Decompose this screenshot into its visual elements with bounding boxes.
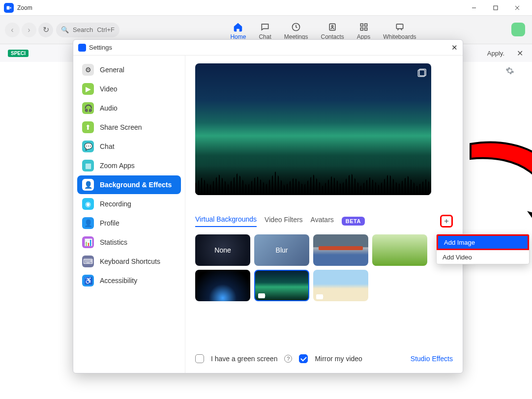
tab-avatars[interactable]: Avatars bbox=[311, 216, 334, 227]
apps-icon bbox=[358, 22, 369, 32]
tab-contacts[interactable]: Contacts bbox=[321, 20, 344, 40]
clock-icon bbox=[291, 22, 301, 32]
tab-chat[interactable]: Chat bbox=[259, 20, 271, 40]
effects-tabs: Virtual Backgrounds Video Filters Avatar… bbox=[195, 215, 453, 228]
svg-rect-8 bbox=[364, 24, 367, 26]
sidebar-item-keyboard-shortcuts[interactable]: ⌨Keyboard Shortcuts bbox=[77, 252, 181, 271]
add-background-button[interactable] bbox=[440, 215, 453, 228]
thumb-none[interactable]: None bbox=[195, 234, 250, 266]
keyboard-icon: ⌨ bbox=[82, 256, 94, 267]
contacts-icon bbox=[327, 22, 338, 32]
thumb-bridge[interactable] bbox=[313, 234, 368, 266]
record-icon: ◉ bbox=[82, 198, 94, 210]
apps-grid-icon: ▦ bbox=[82, 160, 94, 171]
video-badge-icon bbox=[316, 294, 323, 299]
profile-icon: 👤 bbox=[82, 217, 94, 229]
nav-tabs: Home Chat Meetings Contacts Apps Whitebo… bbox=[230, 20, 416, 40]
tab-video-filters[interactable]: Video Filters bbox=[265, 216, 303, 227]
thumb-beach[interactable] bbox=[313, 270, 368, 301]
chat-bubble-icon: 💬 bbox=[82, 141, 94, 152]
modal-app-icon bbox=[78, 44, 86, 52]
svg-rect-1 bbox=[494, 6, 498, 10]
menu-add-image[interactable]: Add Image bbox=[437, 234, 529, 250]
window-titlebar: Zoom bbox=[0, 0, 532, 16]
thumb-grass[interactable] bbox=[372, 234, 427, 266]
avatar[interactable] bbox=[511, 23, 525, 36]
tab-virtual-backgrounds[interactable]: Virtual Backgrounds bbox=[195, 215, 257, 227]
banner-close-icon[interactable]: ✕ bbox=[517, 49, 523, 58]
background-thumbnails: None Blur bbox=[195, 234, 453, 301]
settings-gear-icon[interactable] bbox=[505, 66, 514, 77]
sidebar-item-background-effects[interactable]: 👤Background & Effects bbox=[77, 175, 181, 194]
whiteboard-icon bbox=[394, 22, 405, 32]
beta-badge: BETA bbox=[342, 217, 365, 226]
settings-content: Virtual Backgrounds Video Filters Avatar… bbox=[185, 56, 463, 373]
headphones-icon: 🎧 bbox=[82, 102, 94, 114]
sidebar-item-recording[interactable]: ◉Recording bbox=[77, 195, 181, 213]
thumb-aurora[interactable] bbox=[254, 270, 309, 301]
sidebar-item-share-screen[interactable]: ⬆Share Screen bbox=[77, 118, 181, 137]
tab-apps[interactable]: Apps bbox=[357, 20, 370, 40]
gear-icon: ⚙ bbox=[82, 64, 94, 76]
tab-whiteboards[interactable]: Whiteboards bbox=[383, 20, 416, 40]
modal-close-button[interactable]: ✕ bbox=[451, 43, 458, 52]
accessibility-icon: ♿ bbox=[82, 275, 94, 286]
add-background-menu: Add Image Add Video bbox=[436, 234, 530, 264]
sidebar-item-general[interactable]: ⚙General bbox=[77, 60, 181, 79]
tab-meetings[interactable]: Meetings bbox=[284, 20, 308, 40]
back-button[interactable]: ‹ bbox=[5, 23, 20, 37]
close-button[interactable] bbox=[506, 0, 528, 16]
menu-add-video[interactable]: Add Video bbox=[437, 250, 529, 264]
video-icon: ▶ bbox=[82, 83, 94, 95]
share-icon: ⬆ bbox=[82, 121, 94, 133]
window-title: Zoom bbox=[17, 4, 32, 11]
forward-button[interactable]: › bbox=[22, 23, 36, 37]
studio-effects-link[interactable]: Studio Effects bbox=[411, 355, 453, 363]
tab-home[interactable]: Home bbox=[230, 20, 246, 40]
video-preview bbox=[195, 63, 431, 195]
settings-modal: Settings ✕ ⚙General ▶Video 🎧Audio ⬆Share… bbox=[73, 39, 463, 373]
app-icon bbox=[4, 3, 14, 13]
sidebar-item-zoom-apps[interactable]: ▦Zoom Apps bbox=[77, 156, 181, 175]
settings-sidebar: ⚙General ▶Video 🎧Audio ⬆Share Screen 💬Ch… bbox=[73, 56, 185, 373]
promo-text: Apply. bbox=[487, 50, 504, 57]
svg-rect-10 bbox=[364, 28, 367, 30]
expand-icon[interactable] bbox=[416, 68, 426, 78]
settings-footer: I have a green screen ? Mirror my video … bbox=[195, 354, 453, 363]
person-icon: 👤 bbox=[82, 179, 94, 191]
search-icon: 🔍 bbox=[61, 26, 69, 33]
green-screen-checkbox[interactable] bbox=[195, 354, 204, 363]
mirror-video-label: Mirror my video bbox=[315, 355, 362, 363]
sidebar-item-accessibility[interactable]: ♿Accessibility bbox=[77, 271, 181, 290]
search-shortcut: Ctrl+F bbox=[97, 26, 115, 33]
sidebar-item-video[interactable]: ▶Video bbox=[77, 80, 181, 98]
svg-point-6 bbox=[331, 25, 333, 27]
home-icon bbox=[233, 22, 243, 32]
modal-title: Settings bbox=[89, 44, 112, 51]
sidebar-item-statistics[interactable]: 📊Statistics bbox=[77, 233, 181, 252]
thumb-space[interactable] bbox=[195, 270, 250, 301]
promo-pill: SPECI bbox=[8, 50, 29, 57]
search-input[interactable]: 🔍 Search Ctrl+F bbox=[56, 23, 119, 37]
svg-rect-7 bbox=[360, 24, 363, 26]
maximize-button[interactable] bbox=[485, 0, 506, 16]
chat-icon bbox=[260, 22, 270, 32]
green-screen-label: I have a green screen bbox=[211, 355, 277, 363]
window-controls bbox=[463, 0, 528, 16]
video-badge-icon bbox=[258, 293, 265, 298]
sidebar-item-profile[interactable]: 👤Profile bbox=[77, 214, 181, 232]
search-placeholder: Search bbox=[73, 26, 93, 33]
mirror-video-checkbox[interactable] bbox=[299, 354, 308, 363]
svg-rect-9 bbox=[360, 28, 363, 30]
stats-icon: 📊 bbox=[82, 236, 94, 248]
history-button[interactable]: ↻ bbox=[38, 23, 53, 37]
help-icon[interactable]: ? bbox=[284, 355, 292, 363]
svg-rect-11 bbox=[396, 24, 403, 28]
sidebar-item-chat[interactable]: 💬Chat bbox=[77, 137, 181, 156]
minimize-button[interactable] bbox=[463, 0, 485, 16]
sidebar-item-audio[interactable]: 🎧Audio bbox=[77, 99, 181, 117]
thumb-blur[interactable]: Blur bbox=[254, 234, 309, 266]
